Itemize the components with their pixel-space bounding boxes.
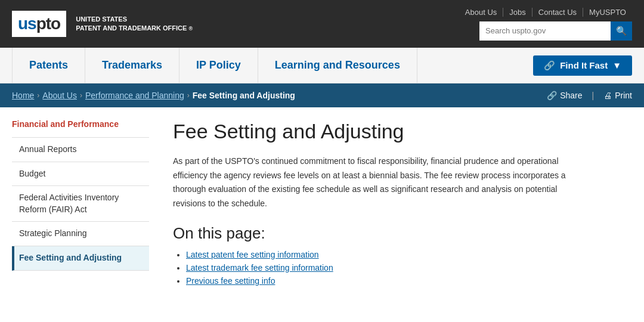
breadcrumb-sep-3: › — [187, 91, 190, 100]
sidebar-item-fair-act: Federal Activities Inventory Reform (FAI… — [12, 186, 149, 222]
sidebar-link-strategic-planning[interactable]: Strategic Planning — [12, 222, 149, 246]
sidebar-section-title: Financial and Performance — [12, 119, 149, 131]
top-link-contact-us[interactable]: Contact Us — [532, 8, 583, 17]
link-trademark-fee[interactable]: Latest trademark fee setting information — [186, 263, 333, 273]
logo-tagline-line2: PATENT AND TRADEMARK OFFICE ® — [76, 24, 193, 33]
breadcrumb-current: Fee Setting and Adjusting — [193, 91, 295, 100]
sidebar: Financial and Performance Annual Reports… — [12, 119, 155, 289]
top-bar: uspto UNITED STATES PATENT AND TRADEMARK… — [0, 0, 644, 48]
print-label: Print — [615, 91, 632, 100]
find-it-fast-icon: 🔗 — [544, 60, 555, 71]
intro-text: As part of the USPTO's continued commitm… — [173, 154, 590, 211]
logo-area: uspto UNITED STATES PATENT AND TRADEMARK… — [12, 11, 193, 37]
logo-box: uspto — [12, 11, 66, 37]
on-this-page-list: Latest patent fee setting information La… — [173, 250, 632, 286]
page-content: Fee Setting and Adjusting As part of the… — [155, 119, 632, 289]
breadcrumb-sep-1: › — [37, 91, 39, 100]
link-patent-fee[interactable]: Latest patent fee setting information — [186, 250, 319, 259]
breadcrumb-home[interactable]: Home — [12, 91, 34, 100]
sidebar-link-fair-act[interactable]: Federal Activities Inventory Reform (FAI… — [12, 186, 149, 221]
find-it-fast-label: Find It Fast — [560, 60, 608, 70]
sidebar-item-strategic-planning: Strategic Planning — [12, 222, 149, 246]
link-previous-fee[interactable]: Previous fee setting info — [186, 276, 275, 286]
breadcrumb-actions: 🔗 Share | 🖨 Print — [547, 91, 632, 100]
top-links: About Us Jobs Contact Us MyUSPTO — [459, 8, 632, 17]
top-link-jobs[interactable]: Jobs — [503, 8, 532, 17]
page-title: Fee Setting and Adjusting — [173, 119, 632, 144]
print-icon: 🖨 — [603, 91, 612, 100]
list-item-previous-fee: Previous fee setting info — [186, 276, 632, 286]
sidebar-item-budget: Budget — [12, 162, 149, 187]
sidebar-link-budget[interactable]: Budget — [12, 162, 149, 186]
top-right: About Us Jobs Contact Us MyUSPTO 🔍 — [459, 8, 632, 41]
breadcrumb-sep-2: › — [80, 91, 82, 100]
find-it-fast-chevron: ▼ — [612, 60, 621, 70]
logo-text: uspto — [18, 14, 60, 33]
search-button[interactable]: 🔍 — [611, 21, 632, 41]
print-link[interactable]: 🖨 Print — [603, 91, 632, 100]
list-item-trademark-fee: Latest trademark fee setting information — [186, 263, 632, 273]
breadcrumb: Home › About Us › Performance and Planni… — [12, 91, 295, 100]
main-content: Financial and Performance Annual Reports… — [0, 107, 644, 301]
sidebar-link-fee-setting[interactable]: Fee Setting and Adjusting — [14, 246, 149, 270]
share-link[interactable]: 🔗 Share — [547, 91, 582, 100]
on-this-page-title: On this page: — [173, 224, 632, 243]
nav-bar: Patents Trademarks IP Policy Learning an… — [0, 48, 644, 83]
actions-divider: | — [592, 91, 595, 100]
nav-links: Patents Trademarks IP Policy Learning an… — [12, 48, 417, 83]
find-it-fast-button[interactable]: 🔗 Find It Fast ▼ — [533, 55, 632, 76]
sidebar-nav: Annual Reports Budget Federal Activities… — [12, 137, 149, 271]
nav-ip-policy[interactable]: IP Policy — [179, 48, 258, 83]
top-link-myuspto[interactable]: MyUSPTO — [583, 8, 632, 17]
nav-learning[interactable]: Learning and Resources — [258, 48, 417, 83]
sidebar-link-annual-reports[interactable]: Annual Reports — [12, 138, 149, 162]
nav-trademarks[interactable]: Trademarks — [85, 48, 179, 83]
breadcrumb-about-us[interactable]: About Us — [42, 91, 77, 100]
list-item-patent-fee: Latest patent fee setting information — [186, 250, 632, 259]
nav-patents[interactable]: Patents — [12, 48, 85, 83]
logo-tagline: UNITED STATES PATENT AND TRADEMARK OFFIC… — [76, 15, 193, 33]
search-bar: 🔍 — [479, 21, 632, 41]
top-link-about-us[interactable]: About Us — [459, 8, 503, 17]
sidebar-item-fee-setting: Fee Setting and Adjusting — [12, 246, 149, 271]
sidebar-item-annual-reports: Annual Reports — [12, 138, 149, 162]
search-input[interactable] — [479, 21, 611, 41]
share-label: Share — [560, 91, 582, 100]
breadcrumb-bar: Home › About Us › Performance and Planni… — [0, 83, 644, 107]
share-icon: 🔗 — [547, 91, 557, 100]
search-icon: 🔍 — [616, 26, 627, 36]
breadcrumb-performance[interactable]: Performance and Planning — [85, 91, 184, 100]
